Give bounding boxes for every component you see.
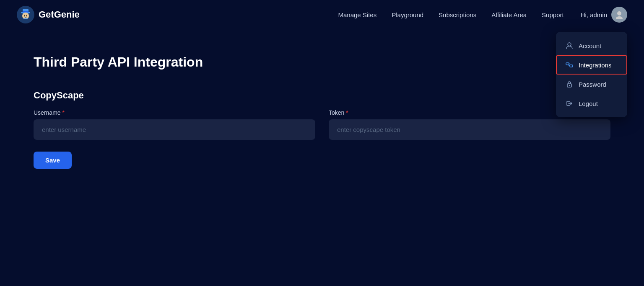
username-required: *	[62, 109, 65, 116]
svg-rect-3	[23, 11, 29, 13]
main-content: Third Party API Integration CopyScape Us…	[0, 29, 644, 194]
svg-point-6	[26, 15, 27, 16]
username-input[interactable]	[34, 119, 315, 140]
logout-icon	[565, 99, 574, 108]
form-row: Username * Token *	[34, 109, 610, 140]
save-button[interactable]: Save	[34, 152, 72, 169]
dropdown-logout[interactable]: Logout	[556, 94, 627, 113]
nav-support[interactable]: Support	[542, 11, 564, 18]
nav-links: Manage Sites Playground Subscriptions Af…	[338, 11, 564, 18]
nav-affiliate-area[interactable]: Affiliate Area	[491, 11, 527, 18]
integrations-label: Integrations	[579, 62, 611, 69]
dropdown-integrations[interactable]: Integrations	[556, 55, 627, 75]
dropdown-menu: Account Integrations	[556, 32, 627, 117]
password-label: Password	[579, 81, 606, 88]
username-group: Username *	[34, 109, 315, 140]
account-icon	[565, 41, 574, 50]
svg-point-9	[568, 43, 571, 46]
svg-rect-10	[566, 63, 569, 65]
token-required: *	[346, 109, 348, 116]
username-label: Username *	[34, 109, 315, 116]
logout-label: Logout	[579, 100, 598, 107]
navbar: GetGenie Manage Sites Playground Subscri…	[0, 0, 644, 29]
logo-area[interactable]: GetGenie	[17, 6, 80, 23]
page-title: Third Party API Integration	[34, 54, 610, 70]
nav-subscriptions[interactable]: Subscriptions	[439, 11, 476, 18]
integrations-icon	[565, 61, 574, 69]
svg-point-13	[569, 85, 570, 86]
password-icon	[565, 80, 574, 88]
token-input[interactable]	[329, 119, 610, 140]
brand-name: GetGenie	[39, 9, 80, 20]
svg-point-5	[24, 15, 25, 16]
svg-point-7	[617, 11, 621, 15]
dropdown-account[interactable]: Account	[556, 36, 627, 55]
nav-manage-sites[interactable]: Manage Sites	[338, 11, 377, 18]
svg-point-8	[616, 16, 623, 19]
user-area[interactable]: Hi, admin Account	[581, 7, 627, 23]
logo-icon	[17, 6, 34, 23]
svg-rect-11	[570, 65, 573, 67]
user-greeting: Hi, admin	[581, 11, 607, 18]
nav-playground[interactable]: Playground	[392, 11, 423, 18]
account-label: Account	[579, 42, 601, 49]
dropdown-password[interactable]: Password	[556, 75, 627, 94]
copyscape-section-title: CopyScape	[34, 90, 610, 101]
avatar	[611, 7, 627, 23]
